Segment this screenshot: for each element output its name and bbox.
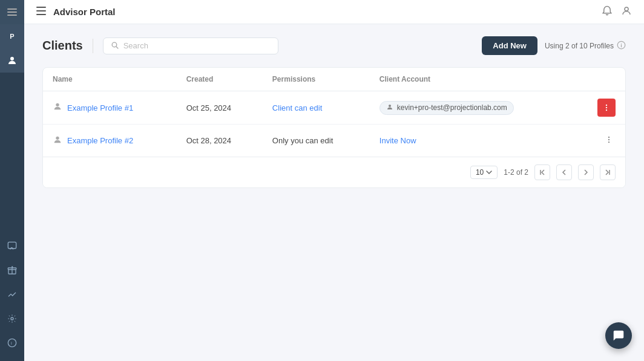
svg-rect-2 bbox=[7, 15, 17, 16]
chat-bubble[interactable] bbox=[605, 322, 632, 349]
svg-point-26 bbox=[608, 139, 610, 140]
col-header-created: Created bbox=[177, 68, 263, 91]
col-header-actions bbox=[575, 68, 625, 91]
pagination-row: 10 1-2 of 2 bbox=[43, 157, 625, 187]
svg-rect-10 bbox=[36, 7, 46, 8]
col-header-name: Name bbox=[43, 68, 177, 91]
logo-badge: P bbox=[0, 24, 24, 48]
next-page-button[interactable] bbox=[578, 164, 594, 180]
row1-menu-button[interactable] bbox=[597, 99, 616, 117]
row2-profile-icon bbox=[53, 135, 62, 147]
last-page-button[interactable] bbox=[600, 164, 616, 180]
sidebar-item-users[interactable] bbox=[0, 48, 24, 73]
info-icon[interactable] bbox=[617, 41, 626, 51]
per-page-value: 10 bbox=[476, 168, 484, 177]
top-right: Add New Using 2 of 10 Profiles bbox=[482, 36, 626, 55]
search-icon bbox=[111, 41, 119, 51]
svg-point-19 bbox=[56, 103, 59, 106]
clients-table: Name Created Permissions Client Account bbox=[43, 68, 625, 157]
header-right bbox=[602, 5, 632, 19]
row2-actions bbox=[585, 132, 616, 149]
svg-point-23 bbox=[606, 109, 607, 111]
row2-name-cell: Example Profile #2 bbox=[43, 125, 177, 157]
header-title: Advisor Portal bbox=[53, 7, 116, 17]
first-page-button[interactable] bbox=[534, 164, 550, 180]
badge-user-icon bbox=[386, 103, 393, 112]
row1-profile: Example Profile #1 bbox=[53, 102, 167, 114]
row2-permissions-text: Only you can edit bbox=[272, 136, 333, 145]
row1-name-cell: Example Profile #1 bbox=[43, 91, 177, 125]
page-info: 1-2 of 2 bbox=[504, 168, 528, 177]
header: Advisor Portal bbox=[24, 0, 644, 24]
svg-text:i: i bbox=[11, 340, 12, 346]
row1-client-account-badge: kevin+pro-test@projectionlab.com bbox=[380, 101, 514, 115]
table-row: Example Profile #2 Oct 28, 2024 Only you… bbox=[43, 125, 625, 157]
sidebar-item-help[interactable]: i bbox=[0, 331, 24, 355]
sidebar: P bbox=[0, 0, 24, 361]
clients-table-container: Name Created Permissions Client Account bbox=[42, 67, 626, 188]
col-header-client-account: Client Account bbox=[370, 68, 575, 91]
row2-permissions-cell: Only you can edit bbox=[263, 125, 370, 157]
row1-profile-link[interactable]: Example Profile #1 bbox=[67, 103, 133, 112]
table-row: Example Profile #1 Oct 25, 2024 Client c… bbox=[43, 91, 625, 125]
content: Clients Add New Using 2 of 10 Profiles bbox=[24, 24, 644, 361]
svg-point-18 bbox=[621, 43, 622, 44]
sidebar-item-chat[interactable] bbox=[0, 234, 24, 258]
row2-menu-button[interactable] bbox=[602, 132, 616, 149]
clients-header: Clients Add New Using 2 of 10 Profiles bbox=[42, 36, 626, 55]
search-box[interactable] bbox=[103, 37, 278, 54]
row1-actions bbox=[585, 99, 616, 117]
page-title: Clients bbox=[42, 39, 83, 53]
prev-page-button[interactable] bbox=[556, 164, 572, 180]
menu-icon[interactable] bbox=[0, 0, 24, 24]
row2-actions-cell bbox=[575, 125, 625, 157]
svg-point-7 bbox=[11, 317, 13, 320]
row2-profile-link[interactable]: Example Profile #2 bbox=[67, 136, 133, 145]
using-info: Using 2 of 10 Profiles bbox=[545, 41, 626, 51]
sidebar-top: P bbox=[0, 0, 24, 73]
svg-point-27 bbox=[608, 141, 610, 143]
svg-line-15 bbox=[116, 46, 118, 48]
header-left: Advisor Portal bbox=[36, 7, 116, 18]
row2-created-cell: Oct 28, 2024 bbox=[177, 125, 263, 157]
table-header-row: Name Created Permissions Client Account bbox=[43, 68, 625, 91]
svg-point-8 bbox=[8, 339, 16, 346]
sidebar-item-gift[interactable] bbox=[0, 258, 24, 282]
sidebar-item-settings[interactable] bbox=[0, 307, 24, 331]
row1-permissions-link[interactable]: Client can edit bbox=[272, 103, 322, 112]
row1-client-email: kevin+pro-test@projectionlab.com bbox=[397, 103, 507, 112]
svg-point-3 bbox=[10, 57, 14, 60]
row1-actions-cell bbox=[575, 91, 625, 125]
svg-rect-12 bbox=[36, 14, 46, 15]
row2-profile: Example Profile #2 bbox=[53, 135, 167, 147]
svg-point-13 bbox=[625, 7, 628, 11]
main-wrapper: Advisor Portal Clients bbox=[24, 0, 644, 361]
svg-point-25 bbox=[608, 137, 610, 138]
row2-client-account-cell: Invite Now bbox=[370, 125, 575, 157]
svg-point-21 bbox=[606, 105, 607, 106]
svg-point-20 bbox=[389, 105, 391, 107]
hamburger-icon[interactable] bbox=[36, 7, 46, 18]
svg-point-22 bbox=[606, 107, 607, 108]
svg-rect-11 bbox=[36, 10, 46, 11]
header-divider bbox=[93, 39, 93, 53]
sidebar-item-analytics[interactable] bbox=[0, 282, 24, 307]
svg-point-24 bbox=[56, 136, 59, 139]
per-page-select[interactable]: 10 bbox=[470, 166, 498, 179]
search-input[interactable] bbox=[123, 41, 271, 50]
svg-rect-0 bbox=[7, 8, 17, 10]
row1-profile-icon bbox=[53, 102, 62, 114]
row2-invite-link[interactable]: Invite Now bbox=[380, 136, 416, 145]
using-info-text: Using 2 of 10 Profiles bbox=[545, 42, 614, 50]
user-menu-icon[interactable] bbox=[621, 5, 632, 19]
svg-rect-1 bbox=[7, 11, 17, 13]
row1-permissions-cell: Client can edit bbox=[263, 91, 370, 125]
sidebar-bottom: i bbox=[0, 234, 24, 361]
row1-created-cell: Oct 25, 2024 bbox=[177, 91, 263, 125]
notifications-icon[interactable] bbox=[602, 5, 613, 19]
col-header-permissions: Permissions bbox=[263, 68, 370, 91]
add-new-button[interactable]: Add New bbox=[482, 36, 537, 55]
row1-client-account-cell: kevin+pro-test@projectionlab.com bbox=[370, 91, 575, 125]
